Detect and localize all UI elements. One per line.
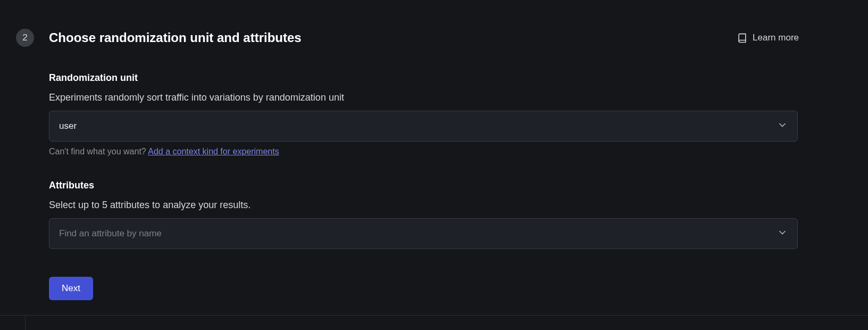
attributes-label: Attributes [49, 180, 798, 191]
randomization-description: Experiments randomly sort traffic into v… [49, 92, 798, 103]
randomization-hint: Can't find what you want? Add a context … [49, 147, 798, 156]
chevron-down-icon [777, 120, 788, 133]
step-number-badge: 2 [16, 29, 34, 47]
step-title: Choose randomization unit and attributes [49, 30, 302, 45]
step-header: 2 Choose randomization unit and attribut… [16, 29, 852, 47]
attributes-placeholder: Find an attribute by name [59, 228, 162, 239]
randomization-label: Randomization unit [49, 72, 798, 84]
randomization-unit-select[interactable]: user [49, 111, 798, 142]
next-button[interactable]: Next [49, 277, 93, 300]
attributes-section: Attributes Select up to 5 attributes to … [49, 180, 798, 249]
attributes-select[interactable]: Find an attribute by name [49, 218, 798, 249]
footer-divider [0, 315, 868, 330]
book-icon [737, 33, 747, 43]
add-context-kind-link[interactable]: Add a context kind for experiments [148, 147, 279, 156]
randomization-unit-value: user [59, 121, 77, 131]
hint-prefix: Can't find what you want? [49, 147, 148, 156]
learn-more-link[interactable]: Learn more [737, 32, 852, 43]
attributes-description: Select up to 5 attributes to analyze you… [49, 200, 798, 211]
learn-more-label: Learn more [753, 32, 799, 43]
chevron-down-icon [777, 227, 788, 241]
randomization-section: Randomization unit Experiments randomly … [49, 72, 798, 156]
